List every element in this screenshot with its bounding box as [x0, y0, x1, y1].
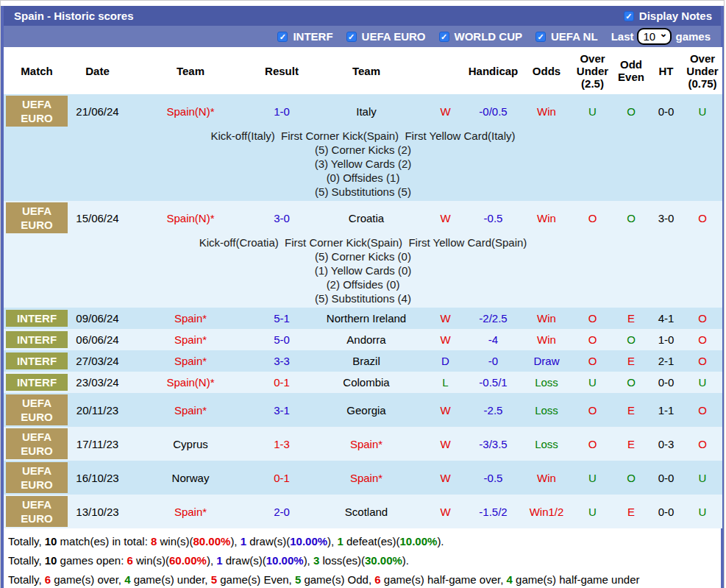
- last-games-group: Last 10 games: [611, 28, 711, 45]
- summary-segment: 5: [211, 573, 217, 586]
- cell-result: 3-0: [256, 201, 307, 235]
- cell-team2: Andorra: [307, 329, 425, 350]
- cell-result: 0-1: [256, 461, 307, 495]
- col-header-result: Result: [256, 47, 307, 94]
- cell-ht: 2-1: [650, 350, 683, 372]
- cell-odds: Loss: [521, 393, 572, 427]
- filter-interf[interactable]: INTERF: [277, 30, 332, 43]
- summary-segment: ),: [230, 535, 240, 548]
- col-header-match: Match: [4, 47, 70, 94]
- cell-result: 5-1: [256, 308, 307, 329]
- cell-odds: Draw: [521, 350, 572, 372]
- cell-team2: Spain*: [307, 427, 425, 461]
- cell-ou075: U: [683, 461, 722, 495]
- games-count-select[interactable]: 10: [637, 28, 672, 45]
- cell-ht: 4-1: [650, 308, 683, 329]
- match-row: UEFA EURO16/10/23Norway0-1Spain*W-0.5Win…: [4, 461, 722, 495]
- cell-wdl: W: [425, 393, 466, 427]
- summary-segment: 6: [45, 573, 51, 586]
- cell-competition: INTERF: [4, 350, 70, 372]
- cell-date: 27/03/24: [70, 350, 125, 372]
- note-line: (1) Yellow Cards (0): [4, 263, 722, 277]
- matches-table: Match Date Team Result Team Handicap Odd…: [4, 47, 722, 528]
- cell-handicap: -3/3.5: [466, 427, 521, 461]
- cell-ou25: O: [572, 350, 613, 372]
- cell-ou075: U: [683, 495, 722, 528]
- cell-ou25: O: [572, 427, 613, 461]
- cell-competition: UEFA EURO: [4, 201, 70, 235]
- note-line: (3) Yellow Cards (2): [4, 157, 722, 171]
- cell-team1: Spain*: [125, 495, 256, 528]
- cell-date: 09/06/24: [70, 308, 125, 329]
- summary-segment: game(s) half-game over,: [381, 573, 507, 586]
- cell-ou25: U: [572, 461, 613, 495]
- filter-uefa-euro[interactable]: UEFA EURO: [346, 30, 426, 43]
- summary-segment: win(s)(: [133, 554, 169, 567]
- cell-ou075: U: [683, 94, 722, 128]
- checkbox-checked-icon[interactable]: [277, 32, 288, 42]
- filter-uefa-euro-label: UEFA EURO: [362, 30, 426, 43]
- filter-world-cup[interactable]: WORLD CUP: [439, 30, 523, 43]
- cell-competition: INTERF: [4, 372, 70, 393]
- summary-line: Totally, 10 games open: 6 win(s)(60.00%)…: [8, 551, 721, 570]
- filter-uefa-nl-label: UEFA NL: [551, 30, 598, 43]
- summary-segment: 5: [295, 573, 301, 586]
- cell-oe: E: [613, 393, 650, 427]
- competition-badge: INTERF: [6, 374, 68, 391]
- filter-uefa-nl[interactable]: UEFA NL: [535, 30, 598, 43]
- cell-odds: Win: [521, 308, 572, 329]
- cell-team1: Spain*: [125, 308, 256, 329]
- cell-date: 21/06/24: [70, 94, 125, 128]
- match-notes-row: Kick-off(Italy) First Corner Kick(Spain)…: [4, 128, 722, 201]
- cell-ou25: O: [572, 201, 613, 235]
- cell-ou075: O: [683, 350, 722, 372]
- summary-segment: ),: [207, 554, 216, 567]
- cell-ht: 0-3: [650, 427, 683, 461]
- cell-odds: Win: [521, 329, 572, 350]
- title-bar: Spain - Historic scores Display Notes: [4, 6, 721, 26]
- filter-world-cup-label: WORLD CUP: [455, 30, 523, 43]
- page-title: Spain - Historic scores: [14, 10, 134, 22]
- col-header-odds: Odds: [521, 47, 572, 94]
- cell-competition: UEFA EURO: [4, 495, 70, 528]
- note-line: (5) Substitutions (4): [4, 291, 722, 305]
- cell-result: 2-0: [256, 495, 307, 528]
- competition-badge: UEFA EURO: [6, 428, 68, 459]
- col-header-handicap: Handicap: [466, 47, 521, 94]
- cell-result: 0-1: [256, 372, 307, 393]
- cell-result: 3-1: [256, 393, 307, 427]
- display-notes-toggle[interactable]: Display Notes: [624, 10, 712, 22]
- match-row: INTERF06/06/24Spain*5-0AndorraW-4WinOO1-…: [4, 329, 722, 350]
- checkbox-checked-icon[interactable]: [535, 32, 546, 42]
- note-line: (2) Offsides (0): [4, 277, 722, 291]
- cell-oe: O: [613, 94, 650, 128]
- cell-odds: Win: [521, 461, 572, 495]
- cell-handicap: -0.5: [466, 201, 521, 235]
- col-header-team-home: Team: [125, 47, 256, 94]
- col-header-over-under-25: Over Under (2.5): [572, 47, 613, 94]
- cell-ht: 1-1: [650, 393, 683, 427]
- cell-team1: Cyprus: [125, 427, 256, 461]
- summary-segment: loss(es)(: [319, 554, 365, 567]
- cell-team1: Spain(N)*: [125, 372, 256, 393]
- match-row: UEFA EURO15/06/24Spain(N)*3-0CroatiaW-0.…: [4, 201, 722, 235]
- cell-handicap: -2.5: [466, 393, 521, 427]
- col-header-team-away: Team: [307, 47, 425, 94]
- match-row: UEFA EURO21/06/24Spain(N)*1-0ItalyW-0/0.…: [4, 94, 722, 128]
- cell-ou25: O: [572, 393, 613, 427]
- cell-wdl: W: [425, 329, 466, 350]
- competition-badge: UEFA EURO: [6, 462, 68, 493]
- cell-team1: Norway: [125, 461, 256, 495]
- summary-segment: game(s) over,: [51, 573, 124, 586]
- cell-wdl: W: [425, 495, 466, 528]
- cell-competition: UEFA EURO: [4, 427, 70, 461]
- checkbox-checked-icon[interactable]: [624, 11, 634, 21]
- summary-segment: game(s) Odd,: [301, 573, 374, 586]
- summary-segment: 10.00%: [290, 535, 327, 548]
- checkbox-checked-icon[interactable]: [439, 32, 449, 42]
- checkbox-checked-icon[interactable]: [346, 32, 357, 42]
- cell-oe: O: [613, 329, 650, 350]
- cell-ou075: O: [683, 308, 722, 329]
- col-header-wdl: [425, 47, 466, 94]
- note-line: (5) Substitutions (5): [4, 185, 722, 199]
